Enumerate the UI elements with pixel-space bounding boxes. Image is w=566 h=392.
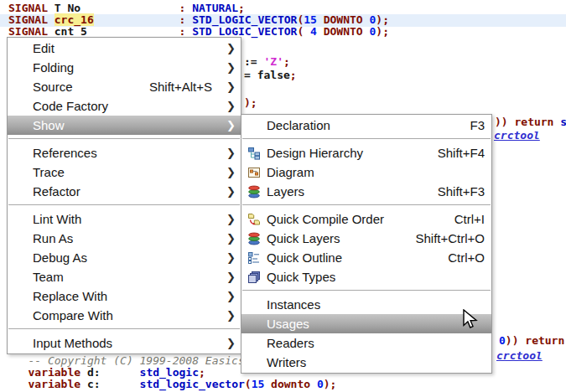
code-line: variable d: std_logic; — [8, 367, 205, 379]
menu-item-label: Edit — [33, 41, 55, 55]
menu-item-label: Refactor — [33, 184, 80, 199]
code-token — [317, 25, 324, 38]
code-token: T_No — [48, 2, 179, 14]
menu-item-label: Diagram — [267, 165, 314, 179]
menu-item-usages[interactable]: Usages — [241, 314, 491, 333]
code-token: )) — [506, 334, 525, 347]
code-token: ); — [376, 13, 389, 26]
submenu-arrow-icon: ❯ — [224, 251, 236, 264]
code-token: 4 — [310, 25, 317, 38]
menu-item-source[interactable]: SourceShift+Alt+S❯ — [8, 77, 241, 96]
crctool-link[interactable]: crctool — [494, 129, 540, 142]
submenu-arrow-icon: ❯ — [224, 290, 236, 302]
layers-icon — [247, 232, 261, 245]
menu-item-compare-with[interactable]: Compare With❯ — [8, 306, 241, 325]
menu-item-label: Team — [33, 270, 64, 284]
code-token: st — [560, 116, 566, 128]
menu-item-shortcut: Shift+F3 — [438, 184, 485, 199]
code-token — [264, 378, 271, 390]
code-token: 0 — [317, 378, 324, 390]
menu-item-quick-outline[interactable]: Quick OutlineCtrl+O — [241, 248, 491, 267]
menu-item-trace[interactable]: Trace❯ — [8, 162, 241, 182]
menu-item-label: References — [33, 146, 97, 160]
show-submenu: DeclarationF3Design HierarchyShift+F4Dia… — [241, 114, 492, 374]
menu-item-refactor[interactable]: Refactor❯ — [8, 182, 241, 201]
menu-item-writers[interactable]: Writers — [241, 353, 491, 372]
code-line: crctool — [494, 130, 540, 142]
menu-item-readers[interactable]: Readers — [241, 333, 491, 353]
code-token: : — [179, 13, 193, 26]
diagram-icon — [247, 166, 261, 179]
code-token — [363, 25, 370, 38]
code-line: SIGNAL cnt_5 : STD_LOGIC_VECTOR( 4 DOWNT… — [8, 26, 389, 38]
submenu-arrow-icon: ❯ — [224, 337, 236, 349]
menu-item-declaration[interactable]: DeclarationF3 — [241, 116, 491, 135]
submenu-arrow-icon: ❯ — [224, 232, 236, 245]
menu-item-debug-as[interactable]: Debug As❯ — [8, 248, 241, 267]
code-token: 15 — [304, 13, 317, 26]
code-line: crctool — [496, 350, 543, 362]
code-token — [317, 13, 324, 26]
menu-item-input-methods[interactable]: Input Methods❯ — [8, 333, 241, 353]
code-token — [8, 354, 28, 367]
menu-item-layers[interactable]: LayersShift+F3 — [241, 182, 491, 201]
menu-item-quick-types[interactable]: Quick Types — [241, 267, 491, 286]
menu-item-label: Compare With — [33, 308, 113, 322]
code-token: NATURAL — [192, 2, 238, 14]
code-line: := 'Z'; — [244, 56, 290, 68]
menu-item-folding[interactable]: Folding❯ — [8, 58, 241, 77]
layers-icon — [247, 185, 261, 199]
menu-item-quick-layers[interactable]: Quick LayersShift+Ctrl+O — [241, 229, 491, 248]
code-token: downto — [271, 378, 310, 390]
code-line: )) return st — [495, 116, 566, 128]
no-icon — [247, 356, 261, 369]
code-token: )) — [495, 116, 514, 128]
code-token: ; — [283, 55, 290, 68]
menu-item-label: Run As — [33, 231, 73, 245]
menu-item-design-hierarchy[interactable]: Design HierarchyShift+F4 — [241, 143, 491, 162]
code-token: -- Copyright (C) 1999-2008 Easics — [28, 354, 244, 367]
menu-item-label: Layers — [267, 184, 304, 199]
submenu-arrow-icon: ❯ — [224, 42, 236, 54]
code-token — [363, 13, 370, 26]
menu-item-instances[interactable]: Instances — [241, 295, 491, 314]
code-token: ; — [290, 69, 297, 81]
menu-item-references[interactable]: References❯ — [8, 143, 241, 162]
menu-item-label: Quick Compile Order — [267, 212, 384, 226]
menu-item-edit[interactable]: Edit❯ — [8, 39, 241, 58]
submenu-arrow-icon: ❯ — [224, 61, 236, 74]
code-token: ; — [238, 2, 245, 14]
menu-item-label: Usages — [267, 317, 309, 331]
crctool-link[interactable]: crctool — [496, 349, 543, 362]
code-token: ; — [199, 366, 205, 379]
code-token: = — [244, 69, 257, 81]
menu-item-replace-with[interactable]: Replace With❯ — [8, 286, 241, 306]
menu-separator — [8, 201, 241, 209]
menu-item-label: Design Hierarchy — [267, 146, 363, 160]
menu-item-label: Show — [33, 118, 65, 132]
code-token: STD_LOGIC_VECTOR — [192, 13, 297, 26]
menu-item-label: Code Factory — [33, 99, 108, 113]
submenu-arrow-icon: ❯ — [224, 166, 236, 178]
submenu-arrow-icon: ❯ — [224, 119, 236, 132]
code-token: variable — [28, 366, 86, 379]
code-line: -- Copyright (C) 1999-2008 Easics — [8, 355, 245, 367]
menu-item-label: Readers — [267, 336, 314, 350]
menu-item-diagram[interactable]: Diagram — [241, 162, 491, 182]
code-line: SIGNAL crc_16 : STD_LOGIC_VECTOR(15 DOWN… — [8, 14, 389, 26]
no-icon — [247, 337, 261, 350]
code-token: DOWNTO — [324, 13, 363, 26]
menu-separator — [241, 135, 491, 143]
menu-item-lint-with[interactable]: Lint With❯ — [8, 209, 241, 229]
menu-item-quick-compile-order[interactable]: Quick Compile OrderCtrl+I — [241, 209, 491, 229]
menu-item-run-as[interactable]: Run As❯ — [8, 229, 241, 248]
menu-item-code-factory[interactable]: Code Factory❯ — [8, 96, 241, 116]
menu-item-team[interactable]: Team❯ — [8, 267, 241, 286]
code-line: SIGNAL T_No : NATURAL; — [8, 3, 245, 14]
no-icon — [247, 298, 261, 312]
menu-item-show[interactable]: Show❯ — [8, 116, 241, 135]
code-token: := — [244, 55, 263, 68]
menu-item-label: Quick Types — [267, 270, 335, 284]
code-token — [48, 13, 55, 26]
code-token: 0 — [499, 334, 506, 347]
